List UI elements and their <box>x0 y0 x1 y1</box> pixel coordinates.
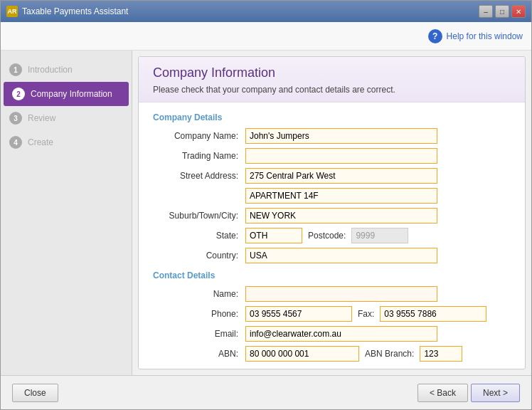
step-num-1: 1 <box>9 63 22 76</box>
contact-name-input[interactable] <box>245 286 437 302</box>
trading-name-input[interactable] <box>245 148 437 164</box>
sidebar-label-introduction: Introduction <box>28 65 73 75</box>
sidebar-label-create: Create <box>28 137 53 147</box>
state-postcode-group: Postcode: <box>245 228 408 243</box>
footer: Close < Back Next > <box>1 375 531 409</box>
street-address2-input[interactable] <box>245 188 437 204</box>
suburb-label: Suburb/Town/City: <box>153 211 245 221</box>
country-input[interactable] <box>245 248 437 263</box>
window-title: Taxable Payments Assistant <box>22 6 479 16</box>
country-row: Country: <box>153 248 511 263</box>
email-input[interactable] <box>245 326 437 342</box>
state-label: State: <box>153 231 245 241</box>
country-label: Country: <box>153 251 245 261</box>
phone-input[interactable] <box>245 306 352 322</box>
main-window: AR Taxable Payments Assistant – □ ✕ ? He… <box>0 0 532 410</box>
sidebar: 1 Introduction 2 Company Information 3 R… <box>1 51 132 375</box>
sidebar-item-company-information[interactable]: 2 Company Information <box>4 82 129 106</box>
abn-input[interactable] <box>245 346 359 362</box>
street-address2-row <box>153 188 511 204</box>
trading-name-row: Trading Name: <box>153 148 511 164</box>
close-button[interactable]: Close <box>12 384 58 402</box>
abn-branch-label: ABN Branch: <box>365 349 414 359</box>
fax-input[interactable] <box>380 306 486 322</box>
company-name-label: Company Name: <box>153 131 245 141</box>
form-section-company: Company Details Company Name: Trading Na… <box>139 102 525 369</box>
company-section-label: Company Details <box>153 112 511 122</box>
step-num-2: 2 <box>12 88 25 100</box>
contact-name-row: Name: <box>153 286 511 302</box>
next-button[interactable]: Next > <box>471 384 520 402</box>
sidebar-item-introduction[interactable]: 1 Introduction <box>1 58 132 82</box>
help-bar: ? Help for this window <box>1 22 531 51</box>
step-num-3: 3 <box>9 112 22 125</box>
nav-buttons: < Back Next > <box>417 384 520 402</box>
postcode-label: Postcode: <box>308 231 346 241</box>
street-address-label: Street Address: <box>153 171 245 181</box>
email-row: Email: <box>153 326 511 342</box>
maximize-button[interactable]: □ <box>495 5 509 18</box>
help-button[interactable]: ? Help for this window <box>428 29 523 43</box>
content-title: Company Information <box>153 65 511 80</box>
street-address-input[interactable] <box>245 168 437 184</box>
help-icon: ? <box>428 29 442 43</box>
postcode-input[interactable] <box>351 228 408 243</box>
content-subtitle: Please check that your company and conta… <box>153 85 511 95</box>
state-input[interactable] <box>245 228 302 243</box>
abn-branch-input[interactable] <box>420 346 462 362</box>
main-content: 1 Introduction 2 Company Information 3 R… <box>1 51 531 375</box>
sidebar-label-review: Review <box>28 113 55 123</box>
abn-row: ABN: ABN Branch: <box>153 346 511 362</box>
contact-section-label: Contact Details <box>153 270 511 280</box>
help-label: Help for this window <box>447 31 523 41</box>
phone-label: Phone: <box>153 309 245 319</box>
sidebar-item-create[interactable]: 4 Create <box>1 130 132 154</box>
app-icon: AR <box>6 6 18 17</box>
state-postcode-row: State: Postcode: <box>153 228 511 243</box>
step-num-4: 4 <box>9 136 22 149</box>
sidebar-item-review[interactable]: 3 Review <box>1 106 132 130</box>
email-label: Email: <box>153 329 245 339</box>
titlebar-buttons: – □ ✕ <box>479 5 526 18</box>
company-name-row: Company Name: <box>153 128 511 144</box>
company-name-input[interactable] <box>245 128 437 144</box>
suburb-input[interactable] <box>245 208 437 224</box>
phone-fax-row: Phone: Fax: <box>153 306 511 322</box>
titlebar-close-button[interactable]: ✕ <box>511 5 526 18</box>
sidebar-label-company: Company Information <box>31 89 112 99</box>
content-header: Company Information Please check that yo… <box>139 57 525 102</box>
contact-name-label: Name: <box>153 289 245 299</box>
content-panel: Company Information Please check that yo… <box>138 56 526 369</box>
minimize-button[interactable]: – <box>479 5 493 18</box>
abn-label: ABN: <box>153 349 245 359</box>
trading-name-label: Trading Name: <box>153 151 245 161</box>
suburb-row: Suburb/Town/City: <box>153 208 511 224</box>
phone-fax-group: Fax: <box>245 306 486 322</box>
fax-label: Fax: <box>358 309 374 319</box>
abn-group: ABN Branch: <box>245 346 462 362</box>
street-address-row: Street Address: <box>153 168 511 184</box>
back-button[interactable]: < Back <box>417 384 468 402</box>
titlebar: AR Taxable Payments Assistant – □ ✕ <box>1 1 531 22</box>
